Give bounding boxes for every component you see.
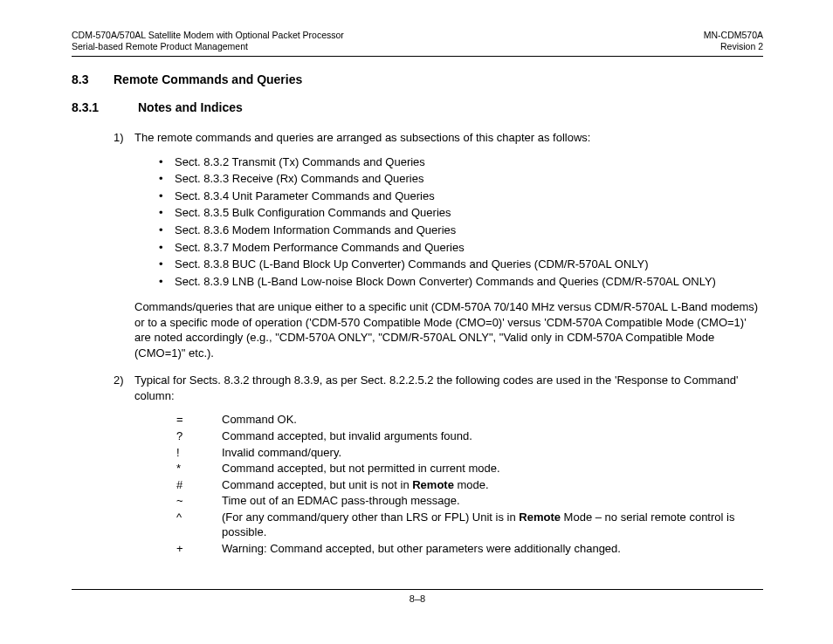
code-description: Command accepted, but not permitted in c…	[222, 461, 500, 476]
code-row: * Command accepted, but not permitted in…	[176, 461, 763, 476]
bullet-item: Sect. 8.3.4 Unit Parameter Commands and …	[159, 188, 763, 204]
code-symbol: +	[176, 541, 222, 557]
code-row: = Command OK.	[176, 412, 763, 428]
list-item-1: 1) The remote commands and queries are a…	[114, 130, 763, 146]
bullet-item: Sect. 8.3.9 LNB (L-Band Low-noise Block …	[159, 274, 763, 290]
page-header: CDM-570A/570AL Satellite Modem with Opti…	[72, 30, 763, 57]
code-description: Command accepted, but unit is not in Rem…	[222, 477, 489, 493]
code-symbol: ~	[176, 493, 222, 509]
subsection-title: Notes and Indices	[138, 100, 243, 114]
section-heading: 8.3Remote Commands and Queries	[72, 72, 763, 86]
header-left-line2: Serial-based Remote Product Management	[72, 41, 248, 51]
list-item-2-text: Typical for Sects. 8.3.2 through 8.3.9, …	[134, 373, 763, 403]
body-content: 1) The remote commands and queries are a…	[72, 130, 763, 556]
code-description: Command accepted, but invalid arguments …	[222, 428, 472, 444]
header-left: CDM-570A/570AL Satellite Modem with Opti…	[72, 30, 344, 52]
section-bullet-list: Sect. 8.3.2 Transmit (Tx) Commands and Q…	[72, 154, 763, 289]
code-symbol: =	[176, 412, 222, 428]
header-left-line1: CDM-570A/570AL Satellite Modem with Opti…	[72, 30, 344, 40]
code-symbol: ^	[176, 510, 222, 540]
bullet-item: Sect. 8.3.5 Bulk Configuration Commands …	[159, 205, 763, 221]
page-footer: 8–8	[72, 589, 763, 604]
code-row: ! Invalid command/query.	[176, 445, 763, 461]
header-right-line2: Revision 2	[720, 41, 763, 51]
list-item-2-label: 2)	[114, 373, 134, 403]
response-codes-table: = Command OK. ? Command accepted, but in…	[176, 412, 763, 556]
code-description: (For any command/query other than LRS or…	[222, 510, 763, 540]
code-symbol: ?	[176, 428, 222, 444]
header-right-line1: MN-CDM570A	[704, 30, 763, 40]
header-right: MN-CDM570A Revision 2	[704, 30, 763, 52]
document-page: CDM-570A/570AL Satellite Modem with Opti…	[0, 0, 833, 644]
section-title: Remote Commands and Queries	[114, 72, 302, 86]
page-number: 8–8	[410, 593, 425, 604]
code-row: # Command accepted, but unit is not in R…	[176, 477, 763, 493]
bullet-item: Sect. 8.3.7 Modem Performance Commands a…	[159, 240, 763, 256]
list-item-1-text: The remote commands and queries are arra…	[134, 130, 763, 146]
code-description: Warning: Command accepted, but other par…	[222, 541, 621, 557]
bullet-item: Sect. 8.3.6 Modem Information Commands a…	[159, 223, 763, 238]
list-item-2: 2) Typical for Sects. 8.3.2 through 8.3.…	[114, 373, 763, 403]
code-symbol: !	[176, 445, 222, 461]
code-row: ? Command accepted, but invalid argument…	[176, 428, 763, 444]
list-item-1-label: 1)	[114, 130, 134, 146]
explanatory-paragraph: Commands/queries that are unique either …	[134, 299, 763, 360]
code-description: Invalid command/query.	[222, 445, 341, 461]
bullet-item: Sect. 8.3.3 Receive (Rx) Commands and Qu…	[159, 171, 763, 187]
code-symbol: *	[176, 461, 222, 476]
code-row: + Warning: Command accepted, but other p…	[176, 541, 763, 557]
code-row: ~ Time out of an EDMAC pass-through mess…	[176, 493, 763, 509]
subsection-heading: 8.3.1Notes and Indices	[72, 100, 763, 114]
code-symbol: #	[176, 477, 222, 493]
code-description: Time out of an EDMAC pass-through messag…	[222, 493, 460, 509]
code-row: ^ (For any command/query other than LRS …	[176, 510, 763, 540]
code-description: Command OK.	[222, 412, 297, 428]
section-number: 8.3	[72, 72, 114, 86]
bullet-item: Sect. 8.3.8 BUC (L-Band Block Up Convert…	[159, 257, 763, 272]
subsection-number: 8.3.1	[72, 100, 138, 114]
bullet-item: Sect. 8.3.2 Transmit (Tx) Commands and Q…	[159, 154, 763, 170]
